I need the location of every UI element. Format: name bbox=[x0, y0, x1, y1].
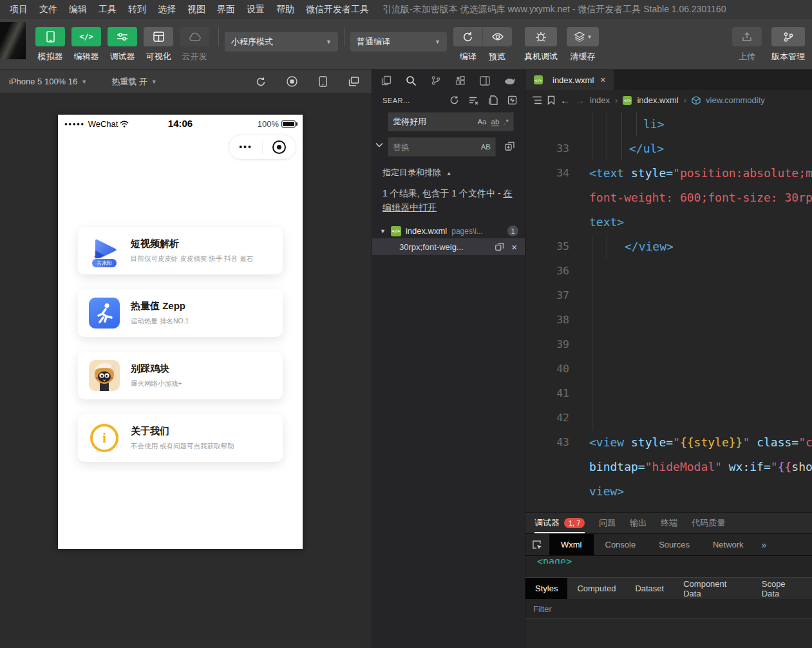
close-miniprogram-button[interactable] bbox=[263, 140, 296, 154]
devtools-tab-console[interactable]: Console bbox=[594, 534, 648, 555]
clear-cache-button[interactable]: ▼ bbox=[567, 27, 599, 46]
search-button[interactable] bbox=[406, 75, 417, 86]
devtools-tab-network[interactable]: Network bbox=[701, 534, 755, 555]
upload-button[interactable] bbox=[732, 27, 762, 46]
app-card-2[interactable]: 别踩鸡块爆火网络小游戏+ bbox=[78, 352, 283, 399]
navigate-forward-icon[interactable]: → bbox=[575, 95, 585, 106]
close-icon[interactable]: × bbox=[600, 75, 605, 85]
menu-item-8[interactable]: 设置 bbox=[241, 4, 270, 15]
bookmark-icon[interactable] bbox=[547, 95, 555, 105]
debugger-tab-4[interactable]: 代码质量 bbox=[692, 513, 725, 533]
device-frame-button[interactable] bbox=[307, 76, 338, 87]
menu-item-5[interactable]: 选择 bbox=[152, 4, 182, 15]
version-control-button[interactable] bbox=[771, 27, 805, 46]
styles-tab-styles[interactable]: Styles bbox=[525, 578, 567, 599]
menu-item-3[interactable]: 工具 bbox=[93, 4, 122, 15]
visualizer-button[interactable] bbox=[144, 27, 173, 46]
editor-pane: </> index.wxml × ← → index › </> index.w… bbox=[525, 70, 812, 512]
wxml-file-icon: </> bbox=[534, 75, 543, 84]
styles-tab-computed[interactable]: Computed bbox=[567, 578, 625, 599]
indent-guide bbox=[621, 112, 622, 137]
menu-item-1[interactable]: 文件 bbox=[33, 4, 63, 15]
indent-guide bbox=[592, 381, 592, 406]
collapse-icon bbox=[507, 95, 517, 105]
device-selector[interactable]: iPhone 5 100% 16 ▼ bbox=[4, 77, 92, 86]
compile-mode-select[interactable]: 普通编译 ▼ bbox=[350, 32, 447, 52]
collapse-results-button[interactable] bbox=[507, 95, 517, 105]
menu-item-9[interactable]: 帮助 bbox=[270, 4, 300, 15]
debugger-tab-1[interactable]: 问题 bbox=[599, 513, 616, 533]
toolbar-divider bbox=[344, 27, 345, 46]
chevron-down-icon[interactable] bbox=[375, 142, 383, 148]
breadcrumb-file[interactable]: index.wxml bbox=[637, 95, 678, 105]
menu-item-6[interactable]: 视图 bbox=[182, 4, 211, 15]
app-card-0[interactable]: 去水印短视频解析目前仅可皮皮虾 皮皮搞笑 快手 抖音 最右 bbox=[78, 227, 283, 274]
open-search-editor-button[interactable] bbox=[489, 95, 498, 105]
chevron-down-icon: ▼ bbox=[435, 39, 440, 45]
whale-icon[interactable] bbox=[504, 76, 516, 85]
wxml-page-node[interactable]: <page> bbox=[525, 556, 812, 564]
refresh-search-button[interactable] bbox=[449, 95, 459, 105]
menu-item-2[interactable]: 编辑 bbox=[63, 4, 93, 15]
inspect-element-button[interactable] bbox=[525, 534, 549, 555]
debugger-tab-2[interactable]: 输出 bbox=[630, 513, 647, 533]
dir-toggle-label: 指定目录和排除 bbox=[382, 167, 441, 177]
navigate-back-icon[interactable]: ← bbox=[560, 95, 570, 106]
extensions-button[interactable] bbox=[455, 75, 466, 86]
replace-match-button[interactable] bbox=[495, 242, 505, 252]
activity-bar bbox=[372, 70, 525, 91]
mode-select[interactable]: 小程序模式 ▼ bbox=[225, 32, 338, 52]
outline-icon[interactable] bbox=[532, 96, 542, 104]
search-input[interactable] bbox=[393, 117, 473, 127]
devtools-tab-wxml[interactable]: Wxml bbox=[549, 534, 594, 555]
editor-button[interactable]: </> bbox=[71, 27, 101, 46]
styles-filter-input[interactable] bbox=[532, 604, 806, 615]
debugger-tab-3[interactable]: 终端 bbox=[661, 513, 677, 533]
restart-button[interactable] bbox=[245, 77, 276, 87]
styles-tab-dataset[interactable]: Dataset bbox=[625, 578, 674, 599]
record-button[interactable] bbox=[276, 76, 307, 87]
preview-button[interactable] bbox=[482, 27, 512, 46]
menu-item-7[interactable]: 界面 bbox=[211, 4, 241, 15]
menu-bar: 项目文件编辑工具转到选择视图界面设置帮助微信开发者工具 引流版-未加密版本 优选… bbox=[0, 0, 812, 19]
tab-title: index.wxml bbox=[552, 75, 594, 85]
user-avatar[interactable] bbox=[0, 22, 26, 59]
debugger-tab-0[interactable]: 调试器1, 7 bbox=[534, 513, 585, 533]
devtools-tab-sources[interactable]: Sources bbox=[647, 534, 701, 555]
result-match-row[interactable]: 30rpx;font-weig... × bbox=[372, 238, 525, 255]
preserve-case-toggle[interactable]: AB bbox=[481, 143, 491, 151]
code-editor[interactable]: li>33</ul>34<text style="position:absolu… bbox=[525, 110, 812, 512]
files-to-include-toggle[interactable]: 指定目录和排除 ▲ bbox=[382, 167, 525, 178]
detach-window-button[interactable] bbox=[338, 77, 369, 86]
app-card-3[interactable]: i关于我们不会使用 或有问题可点我获取帮助 bbox=[78, 414, 283, 462]
wxml-tree-view: <page> bbox=[525, 556, 812, 577]
regex-toggle[interactable]: .* bbox=[504, 118, 509, 126]
tab-index-wxml[interactable]: </> index.wxml × bbox=[525, 70, 614, 90]
whole-word-toggle[interactable]: ab bbox=[491, 118, 500, 126]
chevron-down-icon: ▼ bbox=[380, 228, 386, 234]
styles-tab-scope-data[interactable]: Scope Data bbox=[752, 578, 812, 599]
menu-item-0[interactable]: 项目 bbox=[4, 4, 33, 15]
more-menu-button[interactable]: ••• bbox=[229, 142, 262, 153]
explorer-button[interactable] bbox=[381, 75, 392, 86]
app-card-1[interactable]: 热量值 Zepp运动热量 排名NO.1 bbox=[78, 289, 283, 337]
menu-item-10[interactable]: 微信开发者工具 bbox=[300, 4, 375, 15]
dismiss-match-button[interactable]: × bbox=[511, 242, 517, 253]
simulator-button[interactable] bbox=[35, 27, 65, 46]
more-tabs-button[interactable]: » bbox=[755, 534, 773, 555]
debugger-button[interactable] bbox=[108, 27, 137, 46]
source-control-button[interactable] bbox=[431, 75, 441, 86]
replace-input[interactable] bbox=[393, 142, 477, 152]
breadcrumb-folder[interactable]: index bbox=[590, 95, 610, 105]
result-file-row[interactable]: ▼ </> index.wxml pages\i... 1 bbox=[372, 224, 525, 238]
menu-item-4[interactable]: 转到 bbox=[122, 4, 152, 15]
clear-results-button[interactable] bbox=[469, 96, 479, 105]
remote-debug-button[interactable] bbox=[525, 27, 557, 46]
replace-all-button[interactable] bbox=[504, 140, 516, 152]
match-case-toggle[interactable]: Aa bbox=[477, 118, 486, 126]
styles-tab-component-data[interactable]: Component Data bbox=[674, 578, 752, 599]
compile-button[interactable] bbox=[453, 27, 482, 46]
hot-reload-toggle[interactable]: 热重载 开 ▼ bbox=[106, 76, 162, 88]
breadcrumb-node[interactable]: view.commodity bbox=[706, 95, 765, 105]
editor-layout-button[interactable] bbox=[480, 76, 490, 86]
